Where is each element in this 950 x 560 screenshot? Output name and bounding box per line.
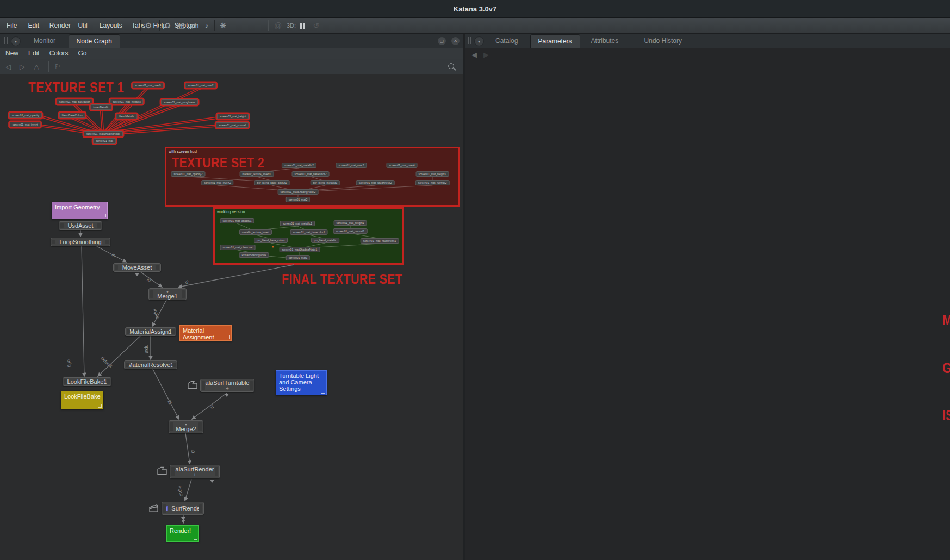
graph-node-screen01_mat_roughness[interactable]: screen01_mat_roughness bbox=[161, 99, 198, 105]
resize-corner-icon[interactable] bbox=[102, 214, 106, 217]
graph-node-screen01_mat_user2[interactable]: screen01_mat_user2 bbox=[185, 83, 216, 88]
close-icon[interactable]: ✕ bbox=[451, 37, 460, 45]
pause-icon[interactable] bbox=[296, 18, 308, 33]
graph-node-pxr_blend_metallic1[interactable]: pxr_blend_metallic1 bbox=[311, 180, 340, 185]
graph-node-moveasset[interactable]: MoveAsset bbox=[113, 263, 161, 272]
graph-node-screen01_mat_metallic2[interactable]: screen01_mat_metallic2 bbox=[282, 163, 316, 168]
bug-icon[interactable]: ❋ bbox=[217, 18, 229, 33]
graph-node-pxr_blend_base_colour[interactable]: pxr_blend_base_colour bbox=[254, 238, 288, 243]
node-graph-canvas[interactable]: with screen hudworking versionorigini0i2… bbox=[0, 74, 463, 560]
note-icon[interactable]: ♪ bbox=[201, 18, 213, 33]
flipbook-clapper-icon[interactable] bbox=[175, 18, 187, 33]
forward-icon[interactable]: ▷ bbox=[20, 59, 25, 74]
graph-node-screen01_mat_basecolor[interactable]: screen01_mat_basecolor bbox=[57, 99, 92, 104]
graph-node-metallic_texture_invert[interactable]: metallic_texture_invert bbox=[239, 229, 272, 235]
tab-monitor[interactable]: Monitor bbox=[26, 34, 63, 47]
graph-node-screen01_mat_roughness1[interactable]: screen01_mat_roughness1 bbox=[361, 238, 399, 244]
nodegraph-menu-go[interactable]: Go bbox=[78, 49, 86, 57]
tab-catalog[interactable]: Catalog bbox=[488, 34, 525, 47]
graph-node-pxr_blend_metallic[interactable]: pxr_blend_metallic bbox=[311, 238, 339, 243]
graph-node-screen01_mat_metallic[interactable]: screen01_mat_metallic bbox=[110, 99, 143, 104]
menu-util[interactable]: Util bbox=[77, 18, 88, 33]
back-icon[interactable]: ◁ bbox=[5, 59, 11, 74]
backdrop-import-geometry[interactable]: Import Geometry bbox=[52, 202, 108, 219]
render-recycle-icon[interactable]: ♻ bbox=[162, 18, 173, 33]
tab-attributes[interactable]: Attributes bbox=[583, 34, 626, 47]
graph-node-merge2[interactable]: ▼Merge2 bbox=[169, 420, 203, 433]
graph-node-screen01_mat_opacity[interactable]: screen01_mat_opacity bbox=[9, 113, 42, 118]
resize-corner-icon[interactable] bbox=[226, 335, 230, 339]
maximize-icon[interactable]: ▢ bbox=[438, 37, 446, 45]
graph-node-invertMetallic[interactable]: invertMetallic bbox=[90, 104, 111, 110]
pane-grip[interactable] bbox=[468, 37, 471, 44]
graph-node-materialassign1[interactable]: MaterialAssign1 bbox=[125, 327, 176, 336]
backdrop-turntable-light-and-camera-settings[interactable]: Turntable Light and Camera Settings bbox=[276, 370, 327, 395]
backdrop-render-[interactable]: Render! bbox=[166, 525, 199, 542]
graph-node-alasurfturntable[interactable]: alaSurfTurntable+ bbox=[200, 379, 254, 392]
graph-node-screen01_mat_user4[interactable]: screen01_mat_user4 bbox=[387, 163, 418, 168]
graph-node-screen01_mat_normal2[interactable]: screen01_mat_normal2 bbox=[415, 180, 450, 185]
nodegraph-menu-new[interactable]: New bbox=[5, 49, 18, 57]
graph-node-screen01_mat_roughness2[interactable]: screen01_mat_roughness2 bbox=[356, 180, 395, 185]
nodegraph-menu-edit[interactable]: Edit bbox=[28, 49, 40, 57]
graph-node-screen01_mat_height1[interactable]: screen01_mat_height1 bbox=[334, 220, 367, 226]
backdrop-lookfilebake[interactable]: LookFileBake bbox=[61, 391, 103, 409]
graph-node-screen01_mat2[interactable]: screen01_mat2 bbox=[286, 197, 310, 202]
backdrop-material-assignment[interactable]: Material Assignment bbox=[179, 325, 232, 341]
graph-node-screen01_mat_opacity2[interactable]: screen01_mat_opacity2 bbox=[171, 171, 205, 177]
graph-node-PrmanShadingNode[interactable]: PrmanShadingNode bbox=[239, 252, 269, 258]
tab-parameters[interactable]: Parameters bbox=[530, 34, 580, 48]
graph-node-screen01_mat_normal1[interactable]: screen01_mat_normal1 bbox=[333, 228, 368, 234]
graph-node-screen01_mat_height[interactable]: screen01_mat_height bbox=[217, 114, 249, 119]
menu-layouts[interactable]: Layouts bbox=[98, 18, 123, 33]
swap-arrows-icon[interactable]: ⇄ bbox=[188, 18, 200, 33]
graph-node-surfrender[interactable]: SurfRender bbox=[162, 502, 204, 515]
search-icon[interactable] bbox=[448, 63, 454, 69]
graph-node-screen01_mat_user5[interactable]: screen01_mat_user5 bbox=[336, 163, 367, 168]
graph-node-lookfilebake1[interactable]: LookFileBake1 bbox=[63, 377, 111, 386]
menu-render[interactable]: Render bbox=[48, 18, 72, 33]
tab-node-graph[interactable]: Node Graph bbox=[69, 34, 120, 48]
resize-corner-icon[interactable] bbox=[321, 390, 325, 394]
expand-plus-icon[interactable]: + bbox=[226, 386, 229, 391]
graph-node-screen01_mat_opacity1[interactable]: screen01_mat_opacity1 bbox=[220, 218, 254, 223]
graph-node-screen01_mat_normal[interactable]: screen01_mat_normal bbox=[216, 122, 249, 128]
graph-node-usdasset[interactable]: UsdAsset bbox=[59, 221, 102, 230]
tab-undo-history[interactable]: Undo History bbox=[637, 34, 690, 47]
graph-node-screen01_mat_user0[interactable]: screen01_mat_user0 bbox=[133, 83, 164, 88]
at-icon[interactable]: @ bbox=[272, 18, 284, 33]
graph-node-screen01_mat1[interactable]: screen01_mat1 bbox=[286, 255, 310, 260]
graph-node-screen01_mat_basecolor2[interactable]: screen01_mat_basecolor2 bbox=[292, 171, 330, 177]
up-icon[interactable]: △ bbox=[34, 59, 39, 74]
flag-icon[interactable]: ⚐ bbox=[54, 59, 61, 74]
param-forward-icon[interactable]: ▶ bbox=[483, 51, 489, 59]
graph-node-blendBaseColour[interactable]: blendBaseColour bbox=[59, 113, 85, 118]
graph-node-pxr_blend_base_colour1[interactable]: pxr_blend_base_colour1 bbox=[254, 180, 290, 185]
graph-node-screen01_mat_invert[interactable]: screen01_mat_invert bbox=[10, 122, 41, 127]
loop-icon[interactable]: ↺ bbox=[310, 18, 322, 33]
expand-plus-icon[interactable]: + bbox=[193, 472, 196, 477]
graph-node-metallic_texture_invert1[interactable]: metallic_texture_invert1 bbox=[240, 171, 274, 177]
menu-file[interactable]: File bbox=[5, 18, 18, 33]
graph-node-loopsmoothing[interactable]: LoopSmoothing bbox=[51, 238, 110, 246]
graph-node-alasurfrender[interactable]: alaSurfRender+ bbox=[170, 465, 220, 478]
graph-node-screen01_mat[interactable]: screen01_mat bbox=[93, 138, 116, 144]
graph-node-screen01_matShadingNode2[interactable]: screen01_matShadingNode2 bbox=[278, 189, 319, 195]
gear-icon[interactable]: ⚙ bbox=[142, 18, 154, 33]
graph-node-blendMetallic[interactable]: blendMetallic bbox=[116, 114, 137, 119]
resize-corner-icon[interactable] bbox=[98, 404, 102, 408]
nodegraph-menu-colors[interactable]: Colors bbox=[49, 49, 69, 57]
graph-node-materialresolve1[interactable]: MaterialResolve1 bbox=[124, 360, 177, 369]
graph-node-screen01_matShadingNode1[interactable]: screen01_matShadingNode1 bbox=[280, 247, 320, 252]
graph-node-screen01_mat_basecolor1[interactable]: screen01_mat_basecolor1 bbox=[290, 229, 328, 235]
graph-node-screen01_mat_invert2[interactable]: screen01_mat_invert2 bbox=[201, 180, 233, 185]
graph-node-screen01_mat_clearcoat[interactable]: screen01_mat_clearcoat bbox=[220, 245, 256, 250]
pane-menu-icon[interactable]: ▼ bbox=[474, 36, 484, 46]
graph-node-screen01_mat_metallic1[interactable]: screen01_mat_metallic1 bbox=[280, 221, 315, 226]
resize-corner-icon[interactable] bbox=[194, 536, 197, 540]
graph-node-merge1[interactable]: ▼Merge1 bbox=[148, 288, 187, 300]
pane-grip[interactable] bbox=[4, 37, 8, 44]
menu-edit[interactable]: Edit bbox=[27, 18, 40, 33]
param-back-icon[interactable]: ◀ bbox=[471, 51, 477, 59]
graph-node-screen01_mat_height2[interactable]: screen01_mat_height2 bbox=[416, 171, 449, 177]
